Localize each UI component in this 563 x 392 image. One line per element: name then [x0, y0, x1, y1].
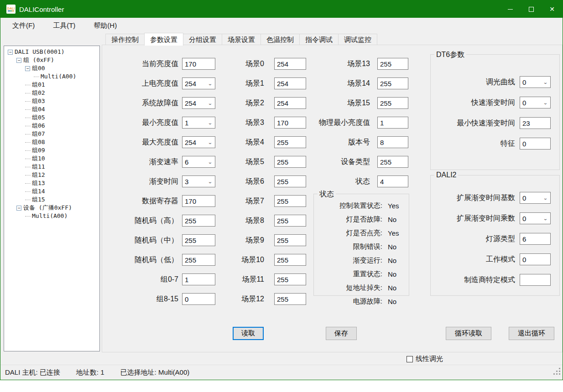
field-label: 状态	[313, 177, 370, 186]
field-control[interactable]: 254 ⌄	[274, 58, 306, 70]
resize-grip-icon[interactable]	[553, 368, 561, 375]
field-control[interactable]: 255 ⌄	[274, 195, 306, 207]
tree-item-label: 组14	[25, 187, 45, 196]
field-control[interactable]: 254 ⌄	[182, 97, 215, 109]
menu-item[interactable]: 帮助(H)	[91, 20, 120, 32]
tree-item[interactable]: − 组11	[4, 163, 99, 171]
field-value: 254	[185, 80, 207, 88]
tree-item[interactable]: − 组00	[4, 64, 99, 72]
field-control[interactable]: 0 ⌄	[520, 253, 551, 265]
field-value: 1	[380, 119, 406, 127]
linear-dimming-checkbox[interactable]: 线性调光	[407, 355, 443, 363]
tree-item[interactable]: − Multi(A00)	[4, 212, 99, 220]
field-control[interactable]: 255 ⌄	[182, 215, 215, 227]
field-value: 255	[277, 295, 303, 303]
field-label: 随机码（中）	[110, 236, 178, 245]
checkbox-icon[interactable]	[407, 356, 413, 362]
tree-item[interactable]: − 组01	[4, 81, 99, 89]
device-tree[interactable]: − DALI USB(0001) − 组 (0xFF) − 组00 − Mult…	[4, 46, 100, 351]
save-button[interactable]: 保存	[326, 327, 357, 340]
tree-item[interactable]: − 组07	[4, 130, 99, 138]
field-control[interactable]: 8 ⌄	[377, 136, 408, 148]
field-label: 场景12	[229, 294, 264, 304]
field-control[interactable]: 255 ⌄	[377, 77, 408, 89]
field-control[interactable]: 255 ⌄	[274, 254, 306, 266]
tree-item[interactable]: − 组09	[4, 146, 99, 155]
tree-item[interactable]: − 组03	[4, 97, 99, 105]
field-row: 场景3 170 ⌄	[229, 117, 306, 129]
tree-collapse-icon[interactable]: −	[25, 66, 30, 71]
field-control[interactable]: 255 ⌄	[274, 215, 306, 227]
tree-item[interactable]: − 组06	[4, 122, 99, 130]
field-control[interactable]: 6 ⌄	[520, 233, 551, 245]
tab[interactable]: 参数设置	[144, 33, 183, 46]
tree-item[interactable]: − 组 (0xFF)	[4, 56, 99, 64]
field-control[interactable]: 255 ⌄	[377, 58, 408, 70]
field-control[interactable]: 0 ⌄	[520, 212, 551, 224]
field-control[interactable]: 255 ⌄	[377, 156, 408, 168]
field-control[interactable]: 254 ⌄	[182, 136, 215, 148]
tab[interactable]: 操作控制	[105, 34, 145, 45]
field-control[interactable]: 254 ⌄	[274, 97, 306, 109]
field-control[interactable]: ⌄	[520, 274, 551, 286]
read-button[interactable]: 读取	[233, 327, 264, 340]
field-control[interactable]: 255 ⌄	[274, 136, 306, 148]
field-control[interactable]: 0 ⌄	[520, 97, 551, 108]
field-control[interactable]: 170 ⌄	[182, 58, 215, 70]
field-control[interactable]: 255 ⌄	[274, 293, 306, 305]
tree-item[interactable]: − 组10	[4, 155, 99, 163]
field-control[interactable]: 4 ⌄	[377, 175, 408, 187]
tree-collapse-icon[interactable]: −	[8, 50, 13, 55]
field-control[interactable]: 255 ⌄	[274, 234, 306, 246]
tree-collapse-icon[interactable]: −	[16, 206, 21, 211]
menu-item[interactable]: 文件(F)	[10, 20, 37, 32]
tab[interactable]: 指令调试	[299, 34, 339, 45]
tree-item[interactable]: − 组15	[4, 196, 99, 204]
tab[interactable]: 调试监控	[338, 34, 377, 45]
close-button[interactable]: ✕	[542, 0, 563, 18]
field-control[interactable]: 0 ⌄	[520, 138, 551, 150]
tab[interactable]: 分组设置	[183, 34, 222, 45]
tree-item[interactable]: − 设备 (广播0xFF)	[4, 204, 99, 212]
field-control[interactable]: 254 ⌄	[274, 77, 306, 89]
tree-item[interactable]: − 组02	[4, 89, 99, 97]
field-control[interactable]: 170 ⌄	[274, 117, 306, 129]
field-label: 扩展渐变时间基数	[432, 193, 515, 203]
field-control[interactable]: 0 ⌄	[520, 192, 551, 204]
field-control[interactable]: 255 ⌄	[182, 254, 215, 266]
tree-item[interactable]: − Multi(A00)	[4, 72, 99, 81]
field-control[interactable]: 255 ⌄	[274, 175, 306, 187]
tree-item[interactable]: − 组04	[4, 105, 99, 113]
tree-item[interactable]: − 组08	[4, 138, 99, 146]
field-control[interactable]: 0 ⌄	[520, 76, 551, 88]
tree-item[interactable]: − DALI USB(0001)	[4, 48, 99, 56]
field-control[interactable]: 1 ⌄	[182, 117, 215, 129]
field-control[interactable]: 23 ⌄	[520, 117, 551, 129]
field-control[interactable]: 255 ⌄	[274, 156, 306, 168]
statusbar-item: 已选择地址: Multi(A00)	[120, 368, 190, 377]
tab[interactable]: 色温控制	[261, 34, 300, 45]
field-control[interactable]: 6 ⌄	[182, 156, 215, 168]
menu-item[interactable]: 工具(T)	[50, 20, 78, 32]
field-control[interactable]: 255 ⌄	[274, 273, 306, 285]
tree-item[interactable]: − 组12	[4, 171, 99, 179]
tree-item[interactable]: − 组14	[4, 187, 99, 196]
status-row-value: No	[388, 243, 396, 251]
field-control[interactable]: 170 ⌄	[182, 195, 215, 207]
field-control[interactable]: 1 ⌄	[377, 117, 408, 129]
minimize-button[interactable]	[500, 0, 521, 18]
field-control[interactable]: 0 ⌄	[182, 293, 215, 305]
maximize-button[interactable]	[521, 0, 542, 18]
tree-collapse-icon[interactable]: −	[16, 58, 21, 63]
field-control[interactable]: 254 ⌄	[182, 77, 215, 89]
field-control[interactable]: 1 ⌄	[182, 273, 215, 285]
field-control[interactable]: 255 ⌄	[182, 234, 215, 246]
tree-item[interactable]: − 组05	[4, 113, 99, 122]
loop-read-button[interactable]: 循环读取	[446, 327, 491, 340]
exit-loop-button[interactable]: 退出循环	[509, 327, 554, 340]
field-control[interactable]: 3 ⌄	[182, 175, 215, 187]
field-value: 1	[185, 276, 213, 284]
tab[interactable]: 场景设置	[222, 34, 261, 45]
tree-item[interactable]: − 组13	[4, 179, 99, 187]
field-control[interactable]: 255 ⌄	[377, 97, 408, 109]
